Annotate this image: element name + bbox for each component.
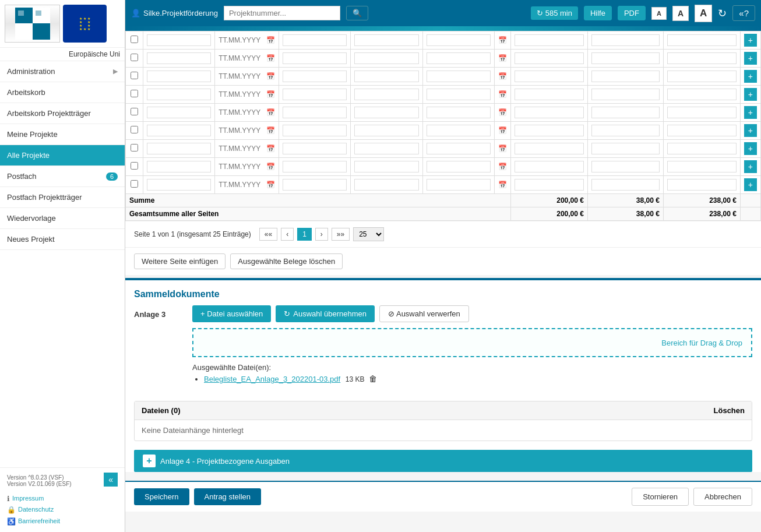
row-field-3[interactable] [427,179,491,191]
row-text-input[interactable] [147,143,211,154]
calendar-icon[interactable]: 📅 [266,145,275,153]
sidebar-collapse-button[interactable]: « [104,473,118,487]
row-field-6[interactable] [667,107,737,118]
datei-auswaehlen-button[interactable]: + Datei auswählen [192,305,271,322]
calendar-icon[interactable]: 📅 [266,36,275,44]
row-field-4[interactable] [515,161,584,172]
row-field-6[interactable] [667,52,737,64]
row-field-6[interactable] [667,179,737,191]
row-checkbox[interactable] [131,144,138,152]
row-field-2[interactable] [354,179,418,191]
calendar-icon[interactable]: 📅 [266,126,275,135]
row-field-6[interactable] [667,125,737,136]
row-text-input[interactable] [147,179,211,191]
row-text-input[interactable] [147,161,211,172]
row-text-input[interactable] [147,107,211,118]
calendar-icon-2[interactable]: 📅 [498,54,507,62]
row-field-5[interactable] [591,179,660,191]
add-row-button[interactable]: + [744,70,757,83]
row-field-3[interactable] [427,125,491,136]
sidebar-item-alle-projekte[interactable]: Alle Projekte [0,145,125,166]
row-field-3[interactable] [427,161,491,172]
row-field-5[interactable] [591,89,660,100]
date-input[interactable] [219,90,265,98]
row-field-5[interactable] [591,34,660,46]
row-field-4[interactable] [515,143,584,154]
font-large-button[interactable]: A [695,5,712,22]
calendar-icon-2[interactable]: 📅 [498,72,507,80]
row-field-4[interactable] [515,89,584,100]
row-field-6[interactable] [667,161,737,172]
ausgewaehlte-loeschen-button[interactable]: Ausgewählte Belege löschen [230,253,343,269]
calendar-icon-2[interactable]: 📅 [498,108,507,117]
row-field-4[interactable] [515,34,584,46]
calendar-icon[interactable]: 📅 [266,72,275,80]
add-row-button[interactable]: + [744,106,757,119]
add-row-button[interactable]: + [744,34,757,47]
sidebar-item-meine-projekte[interactable]: Meine Projekte [0,124,125,145]
row-text-input[interactable] [147,125,211,136]
row-checkbox[interactable] [131,36,138,43]
row-field-2[interactable] [354,89,418,100]
calendar-icon[interactable]: 📅 [266,54,275,62]
date-input[interactable] [219,181,265,189]
calendar-icon-2[interactable]: 📅 [498,145,507,153]
row-field-6[interactable] [667,143,737,154]
first-page-button[interactable]: «« [259,228,277,241]
last-page-button[interactable]: »» [332,228,350,241]
date-input[interactable] [219,108,265,117]
row-field-6[interactable] [667,71,737,82]
row-text-input[interactable] [147,34,211,46]
row-field-1[interactable] [283,71,347,82]
row-field-5[interactable] [591,161,660,172]
date-input[interactable] [219,54,265,62]
current-page-button[interactable]: 1 [297,228,312,241]
row-field-3[interactable] [427,107,491,118]
calendar-icon[interactable]: 📅 [266,108,275,117]
date-input[interactable] [219,72,265,80]
row-field-1[interactable] [283,125,347,136]
add-row-button[interactable]: + [744,88,757,101]
row-field-4[interactable] [515,52,584,64]
row-text-input[interactable] [147,52,211,64]
date-input[interactable] [219,126,265,135]
date-input[interactable] [219,36,265,44]
row-field-5[interactable] [591,143,660,154]
row-field-3[interactable] [427,143,491,154]
row-field-2[interactable] [354,143,418,154]
file-link[interactable]: Belegliste_EA_Anlage_3_202201-03.pdf [204,375,340,383]
row-text-input[interactable] [147,71,211,82]
row-field-5[interactable] [591,107,660,118]
stornieren-button[interactable]: Stornieren [632,488,689,506]
row-field-3[interactable] [427,52,491,64]
row-field-1[interactable] [283,179,347,191]
next-page-button[interactable]: › [315,228,328,241]
calendar-icon-2[interactable]: 📅 [498,90,507,98]
row-field-5[interactable] [591,52,660,64]
calendar-icon[interactable]: 📅 [266,90,275,98]
calendar-icon[interactable]: 📅 [266,163,275,171]
row-field-2[interactable] [354,125,418,136]
row-field-3[interactable] [427,34,491,46]
row-checkbox[interactable] [131,126,138,133]
row-field-1[interactable] [283,34,347,46]
row-field-1[interactable] [283,89,347,100]
hilfe-button[interactable]: Hilfe [584,6,612,20]
calendar-icon-2[interactable]: 📅 [498,36,507,44]
sidebar-item-wiedervorlage[interactable]: Wiedervorlage [0,208,125,229]
back-button[interactable]: «? [732,5,755,21]
font-small-button[interactable]: A [651,7,667,20]
page-refresh-button[interactable]: ↻ [718,7,727,20]
calendar-icon[interactable]: 📅 [266,181,275,189]
row-field-2[interactable] [354,161,418,172]
antrag-stellen-button[interactable]: Antrag stellen [194,488,262,505]
save-button[interactable]: Speichern [134,488,189,505]
row-field-6[interactable] [667,34,737,46]
row-checkbox[interactable] [131,72,138,79]
sidebar-item-arbeitskorb[interactable]: Arbeitskorb [0,82,125,103]
add-row-button[interactable]: + [744,52,757,65]
row-field-5[interactable] [591,71,660,82]
project-number-input[interactable] [224,6,340,20]
row-field-4[interactable] [515,125,584,136]
anlage4-expand-button[interactable]: + [143,455,156,467]
